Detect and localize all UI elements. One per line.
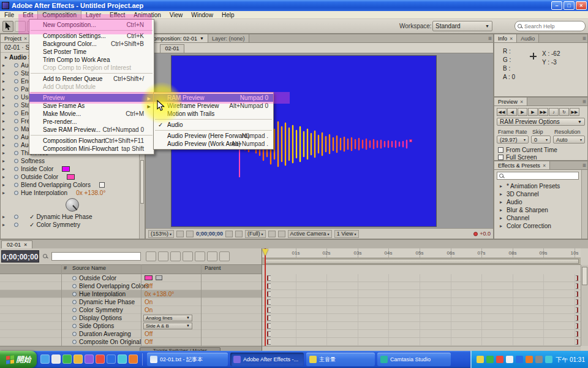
- color-swatch[interactable]: [145, 275, 153, 280]
- task-after-effects[interactable]: Adobe After Effects -...: [230, 353, 304, 366]
- stopwatch-icon[interactable]: [14, 223, 18, 227]
- property-row[interactable]: ▸✓Color Symmetry: [1, 221, 139, 229]
- column-source-name[interactable]: Source Name: [72, 265, 106, 271]
- tab-info[interactable]: Info×: [494, 34, 517, 42]
- selection-tool[interactable]: [2, 21, 13, 32]
- menu-item-add-to-render-queue[interactable]: Add to Render QueueCtrl+Shift+/: [29, 75, 154, 83]
- keyframe-mark[interactable]: [576, 291, 578, 297]
- property-value[interactable]: 0x +138.0°: [76, 190, 105, 196]
- stopwatch-icon[interactable]: [14, 71, 18, 75]
- menu-item-make-movie[interactable]: Make Movie...Ctrl+M: [29, 110, 154, 118]
- stopwatch-icon[interactable]: [72, 276, 77, 280]
- previous-frame-button[interactable]: ◀: [507, 108, 517, 116]
- menu-item-audio-preview-work-area[interactable]: Audio Preview (Work Area)Alt+Numpad .: [154, 140, 273, 148]
- stopwatch-icon[interactable]: [14, 119, 18, 123]
- start-button[interactable]: 開始: [0, 351, 37, 368]
- keyframe-mark[interactable]: [267, 323, 271, 329]
- category-3d-channel[interactable]: ▸3D Channel: [494, 190, 581, 198]
- audio-button[interactable]: ♪: [549, 108, 559, 116]
- stopwatch-icon[interactable]: [14, 175, 18, 179]
- color-swatch[interactable]: [67, 174, 75, 180]
- frame-rate-dropdown[interactable]: (29.97)▾: [497, 136, 529, 144]
- property-row[interactable]: ▸Inside Color: [1, 165, 139, 173]
- stopwatch-icon[interactable]: [14, 103, 18, 107]
- menu-animation[interactable]: Animation: [129, 11, 165, 19]
- property-value[interactable]: Off: [145, 331, 153, 337]
- stopwatch-icon[interactable]: [14, 135, 18, 139]
- check-icon[interactable]: ✓: [29, 213, 34, 220]
- tab-preview[interactable]: Preview×: [494, 98, 527, 105]
- task-camtasia[interactable]: Camtasia Studio: [377, 353, 451, 366]
- keyframe-mark[interactable]: [576, 275, 578, 281]
- keyframe-mark[interactable]: [267, 307, 271, 313]
- keyframe-mark[interactable]: [576, 315, 578, 321]
- roi-icon[interactable]: [268, 231, 276, 237]
- transparency-grid-icon[interactable]: [278, 231, 285, 237]
- title-bar[interactable]: Adobe After Effects - Untitled Project.a…: [0, 0, 588, 11]
- stopwatch-icon[interactable]: [72, 324, 77, 328]
- panel-menu-icon[interactable]: ≡: [582, 162, 586, 169]
- menu-item-audio-preview-here-forward[interactable]: Audio Preview (Here Forward)Numpad .: [154, 132, 273, 140]
- stopwatch-icon[interactable]: [14, 63, 18, 67]
- menu-item-set-poster-time[interactable]: Set Poster Time: [29, 48, 154, 56]
- tray-icon[interactable]: [496, 356, 503, 363]
- property-value[interactable]: Off: [145, 339, 153, 345]
- from-current-time-checkbox[interactable]: From Current Time: [498, 147, 557, 153]
- timeline-track-area[interactable]: 01s 02s 03s 04s 05s 06s 07s 08s 09s 10s: [262, 248, 588, 351]
- stopwatch-icon[interactable]: [72, 284, 77, 288]
- keyframe-mark[interactable]: [267, 291, 271, 297]
- property-row[interactable]: ▸Outside Color: [1, 173, 139, 181]
- panel-menu-icon[interactable]: ≡: [582, 98, 586, 105]
- menu-item-audio[interactable]: ✓Audio: [154, 121, 273, 129]
- view-layout-dropdown[interactable]: 1 View▾: [334, 230, 359, 238]
- timeline-row[interactable]: Side OptionsSide A & B▼: [0, 322, 262, 330]
- quicklaunch-icon[interactable]: [118, 355, 127, 364]
- stopwatch-icon[interactable]: [14, 159, 18, 163]
- hide-shy-icon[interactable]: [170, 251, 181, 261]
- menu-help[interactable]: Help: [217, 11, 239, 19]
- tray-icon[interactable]: [516, 356, 523, 363]
- tray-icon[interactable]: [486, 356, 494, 363]
- timeline-row-selected[interactable]: Hue Interpolation0x +138.0°: [0, 290, 262, 298]
- menu-item-composition-settings[interactable]: Composition Settings...Ctrl+K: [29, 32, 154, 40]
- stopwatch-icon[interactable]: [14, 215, 18, 219]
- stopwatch-icon[interactable]: [14, 127, 18, 131]
- keyframe-mark[interactable]: [576, 323, 578, 329]
- menu-item-composition-mini-flowchart[interactable]: Composition Mini-Flowcharttap Shift: [29, 145, 154, 153]
- hand-tool[interactable]: [15, 21, 26, 32]
- angle-dial[interactable]: [66, 198, 79, 212]
- tab-audio[interactable]: Audio: [517, 34, 539, 42]
- scrollbar[interactable]: [581, 170, 587, 239]
- current-time-indicator[interactable]: [265, 248, 266, 346]
- zoom-dropdown[interactable]: (153%)▾: [148, 230, 174, 238]
- tray-icon[interactable]: [506, 356, 513, 363]
- menu-item-motion-with-trails[interactable]: Motion with Trails: [154, 110, 273, 118]
- camera-dropdown[interactable]: Active Camera▾: [288, 230, 332, 238]
- quicklaunch-icon[interactable]: [40, 355, 50, 364]
- keyframe-mark[interactable]: [576, 283, 578, 289]
- close-icon[interactable]: ×: [510, 36, 513, 42]
- menu-edit[interactable]: Edit: [18, 11, 37, 19]
- restore-button[interactable]: □: [564, 1, 575, 10]
- safe-guides-icon[interactable]: [176, 231, 184, 237]
- stopwatch-icon[interactable]: [72, 308, 77, 312]
- skip-dropdown[interactable]: 0▾: [531, 136, 551, 144]
- loop-button[interactable]: ↻: [559, 108, 569, 116]
- close-icon[interactable]: ×: [543, 163, 546, 169]
- menu-item-background-color[interactable]: Background Color...Ctrl+Shift+B: [29, 40, 154, 48]
- end-point-handle[interactable]: [409, 139, 412, 142]
- menu-item-trim-comp[interactable]: Trim Comp to Work Area: [29, 56, 154, 64]
- menu-item-preview[interactable]: Preview▶: [29, 94, 154, 102]
- stopwatch-icon[interactable]: [14, 111, 18, 115]
- quicklaunch-icon[interactable]: [85, 355, 94, 364]
- column-divider[interactable]: [201, 264, 202, 346]
- stopwatch-icon[interactable]: [14, 191, 18, 195]
- stopwatch-icon[interactable]: [72, 300, 77, 304]
- keyframe-mark[interactable]: [576, 331, 578, 337]
- stopwatch-icon[interactable]: [72, 292, 77, 296]
- close-icon[interactable]: ×: [520, 99, 523, 105]
- menu-item-new-composition[interactable]: New Composition...Ctrl+N: [29, 21, 154, 29]
- tab-layer[interactable]: Layer: (none): [208, 34, 249, 42]
- cti-handle[interactable]: [262, 249, 268, 256]
- stopwatch-icon[interactable]: [14, 95, 18, 99]
